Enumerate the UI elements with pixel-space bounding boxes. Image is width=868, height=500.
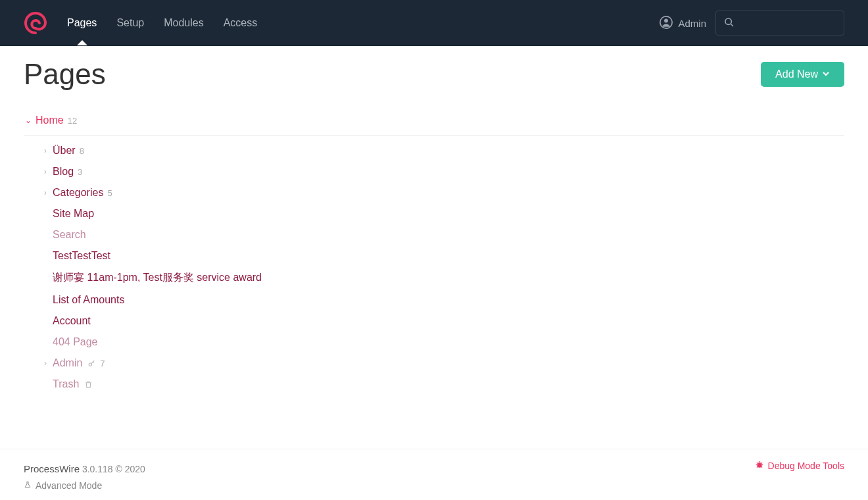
footer: ProcessWire 3.0.118 © 2020 Advanced Mode… (0, 449, 868, 500)
flask-icon (24, 478, 32, 494)
search-box[interactable] (715, 11, 844, 36)
page-title: Pages (24, 58, 106, 91)
svg-line-8 (756, 463, 758, 464)
tree-item-label[interactable]: Trash (53, 378, 79, 390)
tree-item-label[interactable]: Categories (53, 187, 103, 199)
user-icon (660, 16, 673, 31)
svg-point-4 (89, 362, 92, 365)
nav-item-modules[interactable]: Modules (164, 1, 203, 45)
tree-item[interactable]: ›Blog 3 (41, 161, 844, 182)
add-new-button[interactable]: Add New (761, 62, 844, 87)
user-name: Admin (678, 18, 706, 29)
advanced-mode-indicator: Advanced Mode (24, 478, 145, 494)
expand-icon[interactable]: › (41, 359, 50, 368)
add-new-label: Add New (775, 68, 818, 80)
tree-root-item[interactable]: ⌄ Home 12 (24, 111, 844, 130)
nav-item-access[interactable]: Access (224, 1, 258, 45)
svg-line-11 (761, 466, 762, 468)
tree-item-label[interactable]: Admin (53, 357, 82, 369)
search-icon (724, 17, 735, 30)
top-nav-bar: Pages Setup Modules Access Admin (0, 0, 868, 46)
bug-icon (755, 460, 764, 471)
tree-item[interactable]: ›Trash (41, 374, 844, 395)
footer-version: 3.0.118 © 2020 (82, 464, 145, 474)
tree-item[interactable]: ›谢师宴 11am-1pm, Test服务奖 service award (41, 266, 844, 289)
tree-item[interactable]: ›List of Amounts (41, 289, 844, 311)
tree-item-label[interactable]: Site Map (53, 208, 94, 220)
page-tree: ⌄ Home 12 ›Über 8›Blog 3›Categories 5›Si… (24, 111, 844, 395)
tree-root-label[interactable]: Home (36, 114, 64, 126)
footer-product: ProcessWire (24, 463, 80, 474)
tree-item[interactable]: ›Account (41, 311, 844, 332)
expand-icon[interactable]: › (41, 146, 50, 155)
tree-item[interactable]: ›TestTestTest (41, 245, 844, 266)
trash-icon (84, 380, 93, 389)
debug-mode-tools-link[interactable]: Debug Mode Tools (755, 460, 844, 471)
advanced-mode-label: Advanced Mode (36, 478, 102, 494)
tree-item-label[interactable]: 谢师宴 11am-1pm, Test服务奖 service award (53, 271, 262, 285)
tree-item-label[interactable]: TestTestTest (53, 250, 110, 262)
svg-line-10 (756, 466, 758, 468)
expand-icon[interactable]: › (41, 188, 50, 197)
tree-item-count: 8 (80, 146, 84, 156)
collapse-icon[interactable]: ⌄ (24, 116, 33, 125)
processwire-logo[interactable] (24, 11, 47, 35)
tree-item-count: 3 (78, 167, 82, 177)
tree-item-label[interactable]: Account (53, 315, 91, 327)
tree-item-label[interactable]: Search (53, 229, 86, 241)
svg-point-2 (725, 18, 731, 24)
chevron-down-icon (822, 68, 830, 80)
debug-mode-tools-label: Debug Mode Tools (768, 461, 844, 471)
tree-item-count: 5 (107, 188, 112, 198)
nav-item-pages[interactable]: Pages (67, 1, 97, 45)
user-menu[interactable]: Admin (660, 16, 706, 31)
svg-line-9 (761, 463, 762, 464)
svg-point-1 (665, 18, 669, 22)
svg-line-3 (731, 24, 733, 26)
key-icon (87, 359, 96, 368)
tree-item-count: 7 (100, 359, 105, 368)
tree-item[interactable]: ›404 Page (41, 332, 844, 353)
tree-item-label[interactable]: Über (53, 145, 76, 157)
tree-item[interactable]: ›Search (41, 224, 844, 245)
main-nav: Pages Setup Modules Access (67, 1, 646, 45)
tree-root-count: 12 (68, 116, 77, 126)
tree-item-label[interactable]: Blog (53, 166, 74, 178)
tree-item[interactable]: ›Admin 7 (41, 353, 844, 374)
tree-item-label[interactable]: 404 Page (53, 336, 98, 348)
content-area: Pages Add New ⌄ Home 12 ›Über 8›Blog 3›C… (0, 46, 868, 449)
tree-item[interactable]: ›Über 8 (41, 140, 844, 161)
nav-item-setup[interactable]: Setup (116, 1, 144, 45)
tree-item[interactable]: ›Site Map (41, 203, 844, 224)
expand-icon[interactable]: › (41, 167, 50, 176)
tree-item-label[interactable]: List of Amounts (53, 294, 124, 306)
user-area: Admin (660, 11, 844, 36)
search-input[interactable] (740, 18, 855, 28)
tree-item[interactable]: ›Categories 5 (41, 182, 844, 203)
